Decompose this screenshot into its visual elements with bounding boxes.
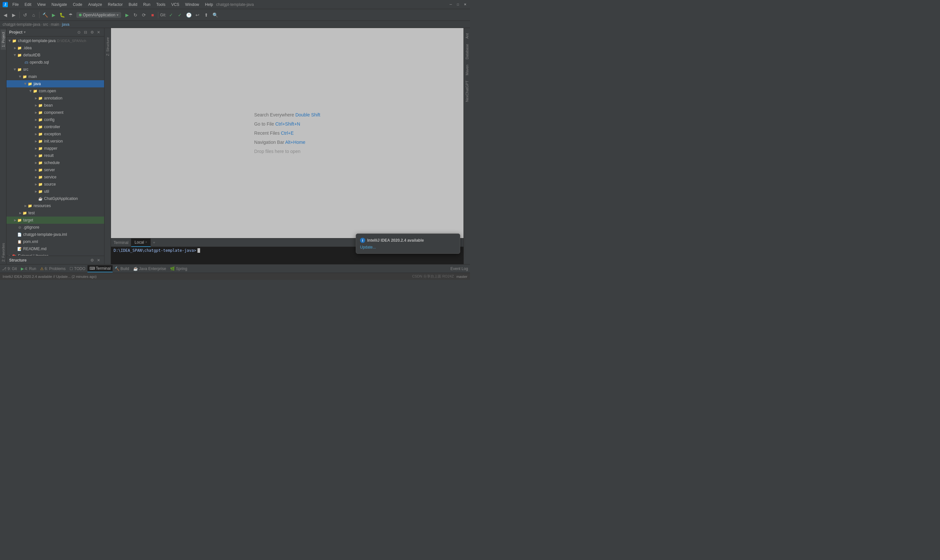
maven-tab[interactable]: Maven	[464, 62, 470, 78]
structure-tab[interactable]: Z: Structure	[105, 35, 110, 58]
back-button[interactable]: ◀	[1, 11, 9, 19]
menu-navigate[interactable]: Navigate	[49, 2, 69, 8]
menu-file[interactable]: File	[10, 2, 21, 8]
build-button[interactable]: 🔨	[41, 11, 49, 19]
git-checkmark-1[interactable]: ✓	[167, 11, 175, 19]
bottom-tab-run[interactable]: ▶ 4: Run	[19, 265, 38, 272]
tree-opendb[interactable]: ▶ 🗃 opendb.sql	[6, 59, 104, 66]
tree-target[interactable]: ▶ 📁 target	[6, 217, 104, 224]
bottom-tab-git[interactable]: ⎇ 9: Git	[0, 265, 19, 272]
bottom-tab-java-ent[interactable]: ☕ Java Enterprise	[131, 265, 168, 272]
editor-area[interactable]: Search Everywhere Double Shift Go to Fil…	[111, 28, 464, 238]
tree-gitignore[interactable]: ▶ ⊘ .gitignore	[6, 224, 104, 231]
breadcrumb-java[interactable]: java	[62, 22, 69, 27]
panel-collapse-btn[interactable]: ⊟	[83, 29, 88, 35]
menu-refactor[interactable]: Refactor	[105, 2, 125, 8]
favorites-tab[interactable]: 2: Favorites	[1, 240, 6, 264]
run-button[interactable]: ▶	[49, 11, 57, 19]
tree-source[interactable]: ▶ 📁 source	[6, 181, 104, 188]
tree-config[interactable]: ▶ 📁 config	[6, 116, 104, 123]
tree-schedule[interactable]: ▶ 📁 schedule	[6, 159, 104, 166]
tree-test[interactable]: ▶ 📁 test	[6, 209, 104, 217]
nexchatgpt-tab[interactable]: NexChatGPT	[464, 78, 470, 105]
tree-mapper[interactable]: ▶ 📁 mapper	[6, 145, 104, 152]
coverage-button[interactable]: ☂	[66, 11, 74, 19]
menu-tools[interactable]: Tools	[154, 2, 168, 8]
breadcrumb-main[interactable]: main	[51, 22, 59, 27]
menu-analyze[interactable]: Analyze	[86, 2, 105, 8]
tree-root[interactable]: ▶ 📁 chatgpt-template-java D:\IDEA_SPAN\c…	[6, 37, 104, 45]
project-tab[interactable]: 1: Project	[1, 29, 6, 49]
git-undo[interactable]: ↩	[194, 11, 201, 19]
tree-result[interactable]: ▶ 📁 result	[6, 152, 104, 159]
tree-iml[interactable]: ▶ 📄 chatgpt-template-java.iml	[6, 231, 104, 238]
notification-update-link[interactable]: Update...	[360, 245, 376, 249]
debug-button[interactable]: 🐛	[58, 11, 66, 19]
run-config-dropdown[interactable]: OpenAIApplication ▾	[76, 12, 121, 18]
tree-idea[interactable]: ▶ 📁 .idea	[6, 45, 104, 52]
bottom-tab-problems[interactable]: ⚠ 6: Problems	[38, 265, 68, 272]
forward-button[interactable]: ▶	[10, 11, 18, 19]
bottom-tab-spring[interactable]: 🌿 Spring	[168, 265, 189, 272]
panel-settings-btn[interactable]: ⚙	[89, 29, 95, 35]
menu-window[interactable]: Window	[182, 2, 202, 8]
tree-java[interactable]: ▶ 📁 java	[6, 80, 104, 88]
structure-settings-btn[interactable]: ⚙	[89, 257, 95, 263]
tree-src[interactable]: ▶ 📁 src	[6, 66, 104, 73]
toolbar-rerun-btn[interactable]: ⟳	[140, 11, 148, 19]
tree-defaultdb[interactable]: ▶ 📁 defaultDB	[6, 52, 104, 59]
tree-annotation[interactable]: ▶ 📁 annotation	[6, 95, 104, 102]
terminal-tab-close[interactable]: ×	[145, 240, 147, 244]
tree-extlibs[interactable]: ▶ 📚 External Libraries	[6, 252, 104, 256]
tree-server[interactable]: ▶ 📁 server	[6, 166, 104, 174]
tree-comopen[interactable]: ▶ 📁 com.open	[6, 88, 104, 95]
menu-build[interactable]: Build	[126, 2, 140, 8]
terminal-tab-local[interactable]: Local ×	[131, 238, 151, 247]
git-branch-label[interactable]: master	[456, 275, 467, 278]
menu-run[interactable]: Run	[141, 2, 153, 8]
close-button[interactable]: ✕	[463, 2, 467, 7]
event-log-tab[interactable]: Event Log	[448, 265, 470, 272]
menu-help[interactable]: Help	[202, 2, 216, 8]
tree-initversion[interactable]: ▶ 📁 init.version	[6, 138, 104, 145]
git-time[interactable]: 🕐	[185, 11, 193, 19]
toolbar-stop-btn[interactable]: ■	[148, 11, 156, 19]
menu-vcs[interactable]: VCS	[169, 2, 182, 8]
breadcrumb-root[interactable]: chatgpt-template-java	[3, 22, 40, 27]
database-tab[interactable]: Database	[464, 42, 470, 62]
git-search[interactable]: 🔍	[211, 11, 219, 19]
terminal-tab-label[interactable]: Terminal	[111, 238, 131, 247]
refresh-button[interactable]: ↺	[21, 11, 29, 19]
tree-resources[interactable]: ▶ 📁 resources	[6, 202, 104, 209]
git-checkmark-2[interactable]: ✓	[176, 11, 184, 19]
panel-locate-btn[interactable]: ⊙	[76, 29, 82, 35]
nav-home-button[interactable]: ⌂	[30, 11, 37, 19]
menu-edit[interactable]: Edit	[22, 2, 34, 8]
menu-code[interactable]: Code	[70, 2, 85, 8]
terminal-add-tab-button[interactable]: +	[151, 240, 157, 245]
tree-pomxml[interactable]: ▶ 📋 pom.xml	[6, 238, 104, 245]
tree-service[interactable]: ▶ 📁 service	[6, 174, 104, 181]
minimize-button[interactable]: ─	[448, 2, 453, 7]
tree-readme[interactable]: ▶ 📝 README.md	[6, 245, 104, 252]
toolbar-reload-btn[interactable]: ↻	[131, 11, 139, 19]
toolbar-run-btn[interactable]: ▶	[123, 11, 131, 19]
bottom-tab-todo[interactable]: ☐ TODO	[68, 265, 87, 272]
bottom-tab-build[interactable]: 🔨 Build	[112, 265, 131, 272]
tree-util[interactable]: ▶ 📁 util	[6, 188, 104, 195]
breadcrumb-src[interactable]: src	[43, 22, 48, 27]
tree-controller[interactable]: ▶ 📁 controller	[6, 123, 104, 131]
git-push[interactable]: ⬆	[202, 11, 210, 19]
menu-view[interactable]: View	[35, 2, 48, 8]
tree-component[interactable]: ▶ 📁 component	[6, 109, 104, 116]
structure-close-btn[interactable]: ✕	[96, 257, 102, 263]
bottom-tab-terminal[interactable]: ⌨ Terminal	[88, 265, 112, 272]
tree-bean[interactable]: ▶ 📁 bean	[6, 102, 104, 109]
ant-tab[interactable]: Ant	[464, 31, 470, 42]
maximize-button[interactable]: □	[456, 2, 460, 7]
tree-exception[interactable]: ▶ 📁 exception	[6, 131, 104, 138]
panel-close-btn[interactable]: ✕	[96, 29, 102, 35]
tree-main[interactable]: ▶ 📁 main	[6, 73, 104, 80]
panel-dropdown-arrow[interactable]: ▾	[24, 30, 25, 34]
tree-chatgptapp[interactable]: ▶ ☕ ChatGptApplication	[6, 195, 104, 202]
